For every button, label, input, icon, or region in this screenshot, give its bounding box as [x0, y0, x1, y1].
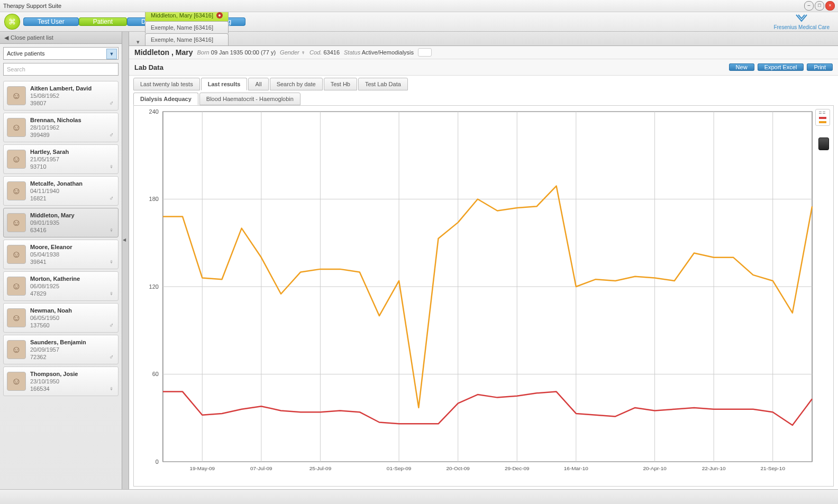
patient-list-item[interactable]: ☺Metcalfe, Jonathan04/11/194016821♂	[3, 176, 119, 206]
patient-filter-select[interactable]: Active patients ▼	[3, 47, 119, 60]
patient-list-item[interactable]: ☺Aitken Lambert, David15/08/195239807♂	[3, 81, 119, 111]
nav-test-user[interactable]: Test User	[23, 17, 79, 26]
filter-tab[interactable]: Test Hb	[324, 78, 357, 90]
status-toggle[interactable]	[418, 48, 432, 57]
filter-tab[interactable]: Last twenty lab tests	[133, 78, 200, 90]
svg-text:16-Mar-10: 16-Mar-10	[564, 465, 588, 471]
patient-list-item[interactable]: ☺Moore, Eleanor05/04/193839841♀	[3, 240, 119, 269]
main-area: ▾ Middleton, Mary [63416]●Exemple, Name …	[129, 32, 838, 489]
svg-rect-34	[823, 113, 825, 114]
patient-item-name: Aitken Lambert, David	[30, 85, 92, 92]
section-title: Lab Data	[134, 63, 726, 71]
patient-item-name: Morton, Katherine	[30, 275, 80, 282]
avatar: ☺	[7, 118, 26, 137]
patient-list-item[interactable]: ☺Saunders, Benjamin20/09/195772362♂	[3, 335, 119, 364]
patient-item-name: Metcalfe, Jonathan	[30, 180, 83, 187]
sub-tab[interactable]: Dialysis Adequacy	[133, 93, 198, 105]
patient-item-dob: 06/08/1925	[30, 282, 80, 290]
patient-item-id: 137560	[30, 322, 72, 329]
sub-tab[interactable]: Blood Haematocrit - Haemoglobin	[199, 93, 300, 105]
patient-tab[interactable]: Exemple, Name [63416]	[145, 21, 229, 33]
gender-icon: ♂	[109, 131, 114, 139]
filter-tab[interactable]: Test Lab Data	[358, 78, 408, 90]
svg-text:20-Apr-10: 20-Apr-10	[643, 465, 667, 471]
svg-text:20-Oct-09: 20-Oct-09	[447, 465, 470, 471]
gender-icon: ♂	[109, 99, 114, 107]
window-maximize-button[interactable]: □	[815, 1, 824, 11]
patient-list[interactable]: ☺Aitken Lambert, David15/08/195239807♂☺B…	[2, 79, 120, 489]
patient-list-item[interactable]: ☺Thompson, Josie23/10/1950166534♀	[3, 366, 119, 396]
svg-text:29-Dec-09: 29-Dec-09	[505, 465, 530, 471]
section-header: Lab Data NewExport ExcelPrint	[129, 59, 838, 76]
filter-tab[interactable]: Last results	[201, 78, 248, 90]
svg-text:60: 60	[152, 371, 159, 377]
patient-item-dob: 28/10/1962	[30, 124, 81, 131]
avatar: ☺	[7, 340, 26, 359]
svg-text:0: 0	[156, 459, 159, 465]
patient-item-dob: 05/04/1938	[30, 251, 72, 258]
patient-item-id: 399489	[30, 131, 81, 139]
export-excel-button[interactable]: Export Excel	[758, 63, 804, 71]
dropdown-arrow-icon[interactable]: ▼	[106, 49, 117, 59]
sub-tabs: Dialysis AdequacyBlood Haematocrit - Hae…	[129, 90, 838, 105]
patient-list-item[interactable]: ☺Newman, Noah06/05/1950137560♂	[3, 303, 119, 333]
patient-tab[interactable]: Exemple, Name [63416]	[145, 33, 229, 45]
patient-item-id: 16821	[30, 195, 83, 202]
avatar: ☺	[7, 277, 26, 296]
window-close-button[interactable]: ×	[825, 1, 835, 11]
patient-header: Middleton , Mary Born 09 Jan 1935 00:00 …	[129, 46, 838, 59]
gender-icon: ♀	[109, 163, 114, 170]
filter-tab[interactable]: Search by date	[270, 78, 323, 90]
patient-list-item[interactable]: ☺Hartley, Sarah21/05/195793710♀	[3, 144, 119, 174]
patient-tabs: ▾ Middleton, Mary [63416]●Exemple, Name …	[129, 32, 838, 46]
svg-text:21-Sep-10: 21-Sep-10	[760, 465, 785, 471]
tabs-menu-icon[interactable]: ▾	[133, 39, 143, 45]
new-button[interactable]: New	[729, 63, 754, 71]
chart-area: 06012018024019-May-0907-Jul-0925-Jul-090…	[133, 105, 834, 487]
search-placeholder: Search	[7, 66, 25, 72]
svg-rect-31	[819, 112, 822, 112]
patient-item-id: 166534	[30, 385, 78, 392]
avatar: ☺	[7, 86, 26, 105]
close-icon[interactable]: ●	[216, 12, 223, 19]
patient-item-dob: 04/11/1940	[30, 187, 83, 195]
patient-item-name: Thompson, Josie	[30, 370, 78, 378]
legend-toggle-icon	[818, 111, 827, 116]
svg-text:22-Jun-10: 22-Jun-10	[702, 465, 726, 471]
patient-list-item[interactable]: ☺Morton, Katherine06/08/192547829♀	[3, 271, 119, 301]
nav-patient[interactable]: Patient	[79, 17, 127, 26]
avatar: ☺	[7, 372, 26, 391]
chart-scroll-thumb[interactable]	[818, 138, 829, 150]
svg-rect-32	[819, 113, 822, 114]
chart-legend[interactable]	[815, 109, 830, 126]
patient-item-dob: 23/10/1950	[30, 378, 78, 385]
brand-logo: Fresenius Medical Care	[773, 14, 830, 30]
print-button[interactable]: Print	[807, 63, 833, 71]
filter-tab[interactable]: All	[248, 78, 268, 90]
patient-filter-value: Active patients	[7, 50, 45, 57]
collapse-icon: ◀	[4, 34, 8, 41]
top-nav: ⌘ Test UserPatientDialysis unitReporting…	[0, 12, 838, 32]
avatar: ☺	[7, 213, 26, 232]
gender-icon: ♀	[109, 226, 114, 234]
sidebar-collapse-handle[interactable]	[122, 32, 129, 489]
avatar: ☺	[7, 150, 26, 169]
search-input[interactable]: Search	[3, 63, 119, 76]
patient-list-item[interactable]: ☺Middleton, Mary09/01/193563416♀	[3, 208, 119, 237]
patient-list-item[interactable]: ☺Brennan, Nicholas28/10/1962399489♂	[3, 113, 119, 142]
svg-text:180: 180	[149, 196, 159, 202]
patient-item-id: 72362	[30, 353, 86, 361]
patient-item-name: Saunders, Benjamin	[30, 338, 86, 346]
svg-text:01-Sep-09: 01-Sep-09	[387, 465, 412, 471]
gender-icon: ♂	[109, 195, 114, 202]
close-patient-list-button[interactable]: ◀ Close patient list	[0, 32, 122, 44]
patient-item-dob: 09/01/1935	[30, 219, 75, 226]
svg-text:240: 240	[149, 108, 159, 115]
filter-tabs: Last twenty lab testsLast resultsAllSear…	[129, 76, 838, 90]
app-title: Therapy Support Suite	[3, 3, 61, 9]
svg-text:07-Jul-09: 07-Jul-09	[250, 465, 272, 471]
svg-text:19-May-09: 19-May-09	[189, 465, 215, 471]
patient-item-id: 39841	[30, 258, 72, 265]
window-minimize-button[interactable]: –	[804, 1, 814, 11]
patient-item-id: 47829	[30, 290, 80, 297]
